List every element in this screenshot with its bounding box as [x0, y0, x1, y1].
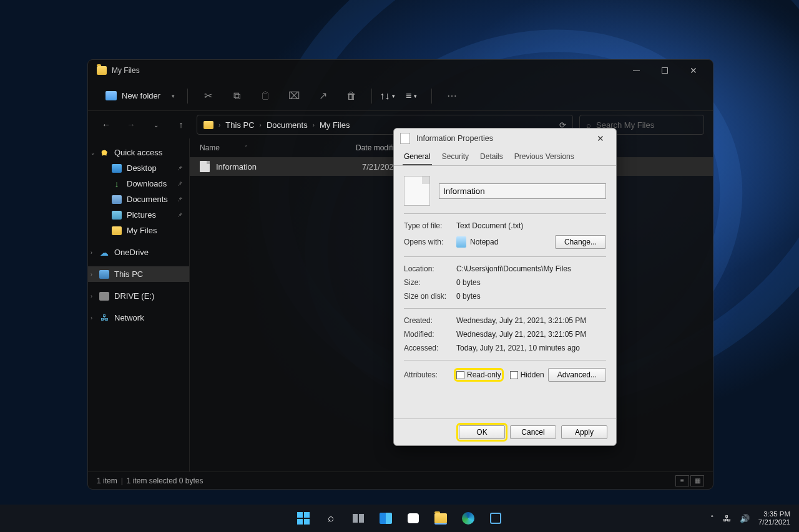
sidebar-item-drive[interactable]: ›DRIVE (E:) [88, 288, 189, 304]
pc-icon [99, 270, 109, 279]
rename-icon[interactable]: ⌧ [282, 85, 306, 107]
label-read-only: Read-only [467, 370, 501, 379]
store-button[interactable] [483, 506, 508, 531]
breadcrumb-my-files[interactable]: My Files [320, 120, 350, 130]
titlebar[interactable]: My Files ✕ [88, 60, 713, 81]
sort-button[interactable]: ↑↓ ▾ [380, 90, 395, 102]
volume-tray-icon[interactable]: 🔊 [740, 514, 750, 523]
close-icon[interactable]: ✕ [591, 133, 610, 143]
document-icon [404, 176, 430, 206]
value-created: Wednesday, July 21, 2021, 3:21:05 PM [456, 316, 586, 325]
cloud-icon: ☁ [99, 248, 109, 257]
sidebar-label: This PC [114, 269, 143, 279]
label-hidden: Hidden [521, 370, 544, 379]
filename-input[interactable] [439, 183, 606, 199]
taskbar-clock[interactable]: 3:35 PM 7/21/2021 [758, 510, 790, 526]
sidebar-item-onedrive[interactable]: ›☁OneDrive [88, 244, 189, 260]
label-modified: Modified: [404, 330, 456, 339]
pictures-icon [112, 211, 122, 220]
chevron-down-icon[interactable]: ▾ [172, 93, 175, 99]
breadcrumb-this-pc[interactable]: This PC [225, 120, 254, 130]
checkbox-hidden[interactable]: Hidden [510, 370, 544, 379]
clock-time: 3:35 PM [758, 510, 790, 518]
sidebar-label: Downloads [127, 179, 167, 188]
sidebar-item-pictures[interactable]: Pictures📌︎ [88, 207, 189, 223]
chat-button[interactable] [401, 506, 426, 531]
file-explorer-taskbar[interactable] [428, 506, 453, 531]
edge-button[interactable] [456, 506, 481, 531]
sidebar-label: Network [114, 313, 144, 322]
sidebar-item-network[interactable]: ›🖧Network [88, 310, 189, 326]
documents-icon [112, 195, 122, 204]
close-button[interactable]: ✕ [679, 60, 708, 80]
pin-icon: 📌︎ [177, 211, 183, 218]
maximize-button[interactable] [650, 60, 679, 80]
share-icon[interactable]: ↗ [310, 85, 335, 107]
back-button[interactable]: ← [97, 120, 115, 130]
tab-previous-versions[interactable]: Previous Versions [513, 148, 576, 165]
pin-icon: 📌︎ [177, 196, 183, 203]
view-button[interactable]: ≡ ▾ [399, 85, 424, 107]
label-size-on-disk: Size on disk: [404, 292, 456, 301]
label-location: Location: [404, 264, 456, 273]
recent-chevron-icon[interactable]: ⌄ [147, 122, 165, 128]
new-folder-button[interactable]: New folder [99, 87, 167, 104]
tab-details[interactable]: Details [479, 148, 504, 165]
thumbs-view-icon[interactable]: ▦ [690, 475, 704, 486]
sort-indicator-icon: ˄ [245, 145, 248, 151]
tab-general[interactable]: General [403, 148, 432, 165]
sidebar-item-desktop[interactable]: Desktop📌︎ [88, 160, 189, 176]
cancel-button[interactable]: Cancel [510, 425, 556, 439]
more-icon[interactable]: ⋯ [439, 85, 464, 107]
sidebar-item-my-files[interactable]: My Files [88, 223, 189, 238]
desktop-icon [112, 164, 122, 173]
apply-button[interactable]: Apply [561, 425, 607, 439]
system-tray[interactable]: ˄ 🖧 🔊 3:35 PM 7/21/2021 [710, 510, 799, 526]
delete-icon[interactable]: 🗑︎ [339, 85, 364, 107]
value-modified: Wednesday, July 21, 2021, 3:21:05 PM [456, 330, 586, 339]
paste-icon[interactable]: 📋︎ [253, 85, 278, 107]
cut-icon[interactable]: ✂ [195, 85, 220, 107]
tab-security[interactable]: Security [441, 148, 470, 165]
tray-overflow-icon[interactable]: ˄ [710, 515, 714, 523]
search-button[interactable]: ⌕ [318, 506, 343, 531]
window-title: My Files [112, 66, 140, 75]
label-attributes: Attributes: [404, 370, 456, 379]
sidebar-label: Pictures [127, 210, 156, 220]
dialog-titlebar[interactable]: Information Properties ✕ [394, 128, 616, 148]
value-size: 0 bytes [456, 278, 481, 287]
up-button[interactable]: ↑ [172, 120, 190, 130]
sidebar-item-quick-access[interactable]: ⌄ ★ Quick access [88, 145, 189, 160]
downloads-icon: ↓ [112, 180, 122, 188]
breadcrumb-documents[interactable]: Documents [267, 120, 308, 130]
sidebar-label: Quick access [114, 148, 162, 157]
widgets-button[interactable] [373, 506, 398, 531]
forward-button[interactable]: → [122, 120, 140, 130]
sidebar-item-documents[interactable]: Documents📌︎ [88, 191, 189, 207]
sidebar-item-this-pc[interactable]: ›This PC [88, 266, 189, 282]
document-icon [400, 133, 410, 144]
label-type: Type of file: [404, 221, 456, 230]
advanced-button[interactable]: Advanced... [548, 368, 606, 382]
sidebar-item-downloads[interactable]: ↓Downloads📌︎ [88, 176, 189, 191]
ok-button[interactable]: OK [459, 425, 505, 439]
value-accessed: Today, July 21, 2021, 10 minutes ago [456, 344, 580, 352]
drive-icon [99, 292, 109, 301]
folder-icon [203, 121, 213, 129]
start-button[interactable] [291, 506, 316, 531]
sidebar-label: My Files [127, 226, 157, 235]
col-name[interactable]: Name [200, 143, 220, 152]
label-accessed: Accessed: [404, 344, 456, 352]
dialog-title: Information Properties [416, 134, 493, 143]
clock-date: 7/21/2021 [758, 518, 790, 526]
change-button[interactable]: Change... [555, 235, 606, 249]
details-view-icon[interactable]: ≡ [675, 475, 689, 486]
sidebar-label: Documents [127, 195, 168, 204]
task-view-button[interactable] [346, 506, 371, 531]
folder-icon [97, 66, 107, 75]
network-tray-icon[interactable]: 🖧 [723, 514, 731, 523]
checkbox-read-only[interactable]: Read-only [456, 370, 501, 379]
label-created: Created: [404, 316, 456, 325]
minimize-button[interactable] [622, 60, 650, 80]
copy-icon[interactable]: ⧉ [224, 85, 249, 107]
